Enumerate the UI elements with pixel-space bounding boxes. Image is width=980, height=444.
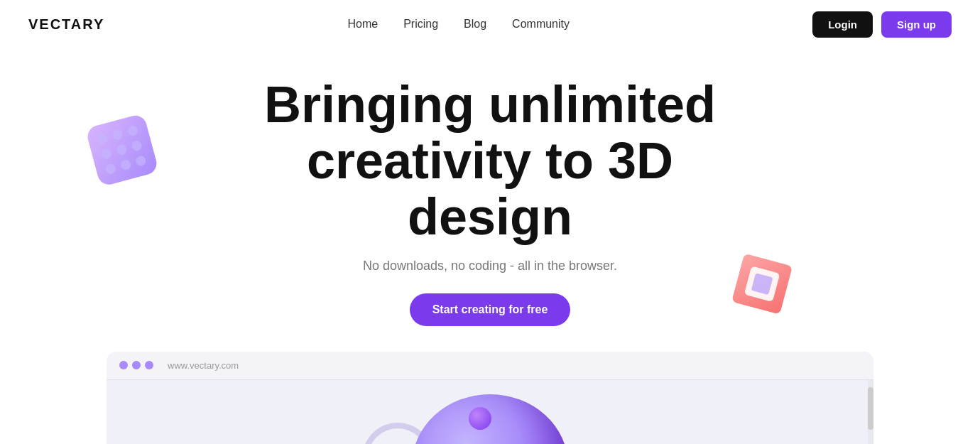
dot-1 [119,361,128,369]
nav-links: Home Pricing Blog Community [347,18,570,31]
dot-2 [132,361,141,369]
brand-logo: VECTARY [28,16,104,33]
hero-section: Bringing unlimited creativity to 3D desi… [0,48,980,444]
signup-button[interactable]: Sign up [881,11,952,38]
sphere-small [469,407,491,430]
cta-button[interactable]: Start creating for free [410,293,571,326]
nav-blog[interactable]: Blog [464,18,486,31]
hero-subtitle: No downloads, no coding - all in the bro… [0,259,980,274]
scrollbar-thumb [868,387,873,430]
browser-bar: www.vectary.com [107,352,873,380]
navbar-actions: Login Sign up [812,11,952,38]
blob-container [107,380,873,444]
browser-url: www.vectary.com [168,360,239,371]
deco-waffle-shape [85,112,163,190]
nav-pricing[interactable]: Pricing [403,18,438,31]
browser-mockup: www.vectary.com [107,352,873,444]
nav-home[interactable]: Home [347,18,378,31]
deco-square-frame [731,254,795,318]
dot-3 [145,361,153,369]
login-button[interactable]: Login [812,11,873,38]
navbar: VECTARY Home Pricing Blog Community Logi… [0,0,980,48]
nav-community[interactable]: Community [512,18,570,31]
browser-dots [119,361,153,369]
browser-content [107,380,873,444]
scrollbar[interactable] [868,380,873,444]
hero-title: Bringing unlimited creativity to 3D desi… [241,77,739,246]
